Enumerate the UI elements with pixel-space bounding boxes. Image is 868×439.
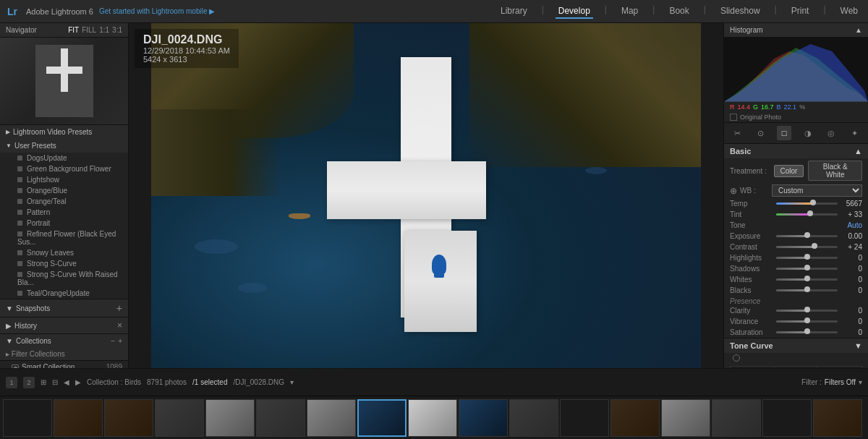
filmstrip-thumb-2[interactable] (104, 399, 153, 437)
filmstrip-thumb-10[interactable] (509, 399, 558, 437)
collections-minus-button[interactable]: − (111, 337, 115, 345)
filmstrip-thumb-1[interactable] (54, 399, 103, 437)
filmstrip-thumb-4[interactable] (205, 399, 255, 437)
preset-item-1[interactable]: Green Background Flower (0, 163, 128, 174)
graduated-filter-tool[interactable]: ◑ (801, 126, 815, 140)
main-image-area[interactable] (129, 23, 723, 368)
filmstrip-thumb-9[interactable] (459, 399, 508, 437)
nav-slideshow[interactable]: Slideshow (718, 4, 763, 19)
nav-web[interactable]: Web (838, 4, 861, 19)
preset-item-2[interactable]: Lightshow (0, 174, 128, 185)
preset-item-3[interactable]: Orange/Blue (0, 185, 128, 196)
highlights-slider[interactable] (776, 257, 838, 259)
preset-item-10[interactable]: Strong S-Curve With Raised Bla... (0, 269, 128, 288)
blacks-slider[interactable] (776, 289, 838, 291)
exposure-slider[interactable] (776, 235, 838, 237)
fit-option-fit[interactable]: FIT (68, 26, 79, 34)
preset-item-9[interactable]: Strong S-Curve (0, 258, 128, 269)
whites-slider[interactable] (776, 278, 838, 281)
histogram-header[interactable]: Histogram ▲ (724, 23, 868, 37)
lr-video-presets-header[interactable]: ▶ Lightroom Video Presets (0, 125, 128, 139)
temp-slider[interactable] (776, 203, 838, 205)
color-button[interactable]: Color (774, 165, 804, 177)
filmstrip-thumb-16[interactable] (813, 399, 862, 437)
nav-icon-grid[interactable]: ⊞ (41, 378, 46, 386)
navigator-thumbnail[interactable] (0, 38, 128, 124)
filmstrip-thumb-8[interactable] (408, 399, 457, 437)
nav-next-button[interactable]: 2 (23, 377, 35, 388)
preset-item-4[interactable]: Orange/Teal (0, 196, 128, 207)
snapshots-header[interactable]: ▼ Snapshots + (0, 299, 128, 317)
user-presets-header[interactable]: ▼ User Presets (0, 139, 128, 153)
collection-item-smart[interactable]: ⚙ Smart Collection 1089 (0, 361, 128, 368)
original-photo-checkbox[interactable] (730, 114, 737, 121)
clarity-thumb[interactable] (804, 307, 810, 312)
eyedropper-icon[interactable]: ⊕ (730, 186, 737, 196)
original-photo-row[interactable]: Original Photo (724, 112, 868, 122)
contrast-slider[interactable] (776, 246, 838, 248)
nav-icon-back[interactable]: ◀ (64, 378, 69, 386)
bottom-dropdown[interactable]: ▾ (290, 378, 294, 386)
filter-collections-bar[interactable]: ▸ Filter Collections (0, 348, 128, 361)
blacks-thumb[interactable] (804, 286, 810, 292)
history-header[interactable]: ▶ History × (0, 317, 128, 333)
auto-button[interactable]: Auto (847, 221, 862, 229)
filmstrip-thumb-14[interactable] (712, 399, 761, 437)
filmstrip-thumb-11[interactable] (560, 399, 609, 437)
wb-select[interactable]: Custom (772, 184, 862, 197)
filmstrip-thumb-0[interactable] (3, 399, 52, 437)
tone-curve-header[interactable]: Tone Curve ▼ (724, 338, 868, 353)
crop-tool[interactable]: ✂ (730, 126, 744, 140)
filter-dropdown[interactable]: ▾ (859, 378, 862, 386)
shadows-thumb[interactable] (804, 265, 810, 270)
nav-print[interactable]: Print (788, 4, 812, 19)
fit-option-3-1[interactable]: 3:1 (112, 26, 122, 34)
app-subtitle[interactable]: Get started with Lightroom mobile ▶ (99, 7, 215, 15)
collections-plus-button[interactable]: + (118, 337, 122, 345)
nav-icon-forward[interactable]: ▶ (75, 378, 81, 386)
clarity-slider[interactable] (776, 310, 838, 312)
preset-item-5[interactable]: Pattern (0, 207, 128, 218)
temp-thumb[interactable] (810, 200, 816, 205)
tone-curve-canvas[interactable] (730, 366, 862, 368)
saturation-thumb[interactable] (804, 328, 810, 334)
collections-header[interactable]: ▼ Collections − + (0, 334, 128, 348)
exposure-thumb[interactable] (804, 232, 810, 238)
filmstrip-thumb-6[interactable] (307, 399, 356, 437)
nav-prev-button[interactable]: 1 (6, 377, 17, 388)
preset-item-6[interactable]: Portrait (0, 218, 128, 229)
vibrance-thumb[interactable] (804, 317, 810, 323)
spot-removal-tool[interactable]: ⊙ (754, 126, 768, 140)
bw-button[interactable]: Black & White (808, 161, 862, 181)
adjustment-brush-tool[interactable]: ✦ (848, 126, 862, 140)
nav-icon-compare[interactable]: ⊟ (52, 378, 58, 386)
radial-filter-tool[interactable]: ◎ (824, 126, 838, 140)
nav-develop[interactable]: Develop (556, 4, 593, 19)
fit-option-1-1[interactable]: 1:1 (99, 26, 109, 34)
vibrance-slider[interactable] (776, 320, 838, 323)
tint-slider[interactable] (776, 213, 838, 216)
filmstrip-thumb-5[interactable] (256, 399, 305, 437)
preset-item-11[interactable]: Teal/OrangeUpdate (0, 288, 128, 299)
saturation-slider[interactable] (776, 331, 838, 333)
tint-thumb[interactable] (807, 210, 813, 216)
nav-map[interactable]: Map (618, 4, 641, 19)
history-close-button[interactable]: × (117, 320, 122, 331)
preset-item-7[interactable]: Refined Flower (Black Eyed Sus... (0, 229, 128, 247)
navigator-header[interactable]: Navigator FIT FILL 1:1 3:1 (0, 23, 128, 38)
filmstrip-thumb-15[interactable] (762, 399, 812, 437)
preset-item-0[interactable]: DogsUpdate (0, 153, 128, 163)
filmstrip-thumb-7[interactable] (357, 399, 407, 437)
fit-option-fill[interactable]: FILL (82, 26, 96, 34)
filmstrip-thumb-12[interactable] (610, 399, 660, 437)
contrast-thumb[interactable] (812, 243, 817, 249)
basic-header[interactable]: Basic ▲ (724, 144, 868, 158)
whites-thumb[interactable] (804, 276, 810, 281)
nav-book[interactable]: Book (666, 4, 692, 19)
preset-item-8[interactable]: Snowy Leaves (0, 247, 128, 258)
highlights-thumb[interactable] (804, 254, 810, 260)
snapshots-add-button[interactable]: + (116, 302, 122, 314)
filmstrip-thumb-3[interactable] (155, 399, 204, 437)
red-eye-tool[interactable]: □ (777, 126, 791, 140)
tone-curve-point-icon[interactable] (733, 354, 740, 362)
